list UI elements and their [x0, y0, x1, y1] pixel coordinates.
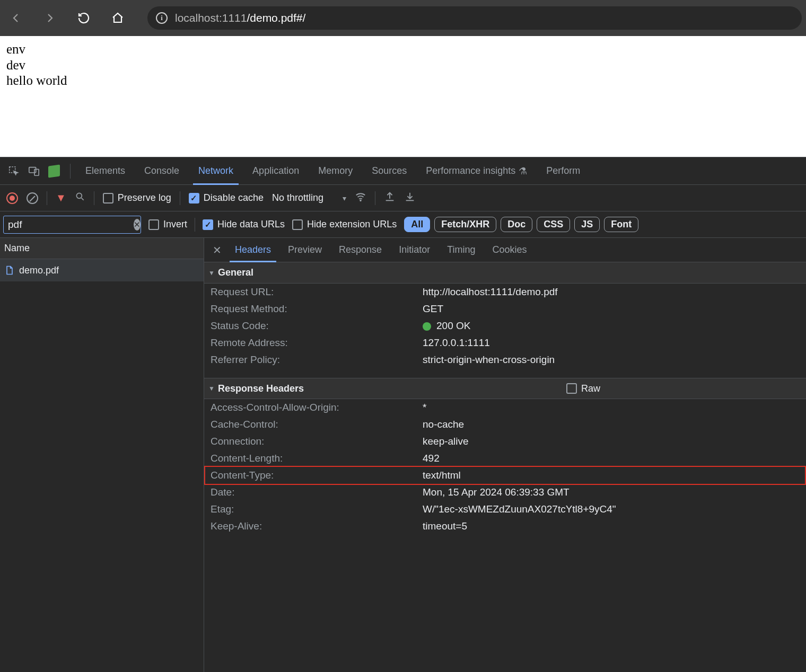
reload-button[interactable]	[72, 6, 95, 30]
disable-cache-toggle[interactable]: Disable cache	[189, 192, 264, 204]
disclosure-triangle-icon: ▼	[208, 269, 215, 277]
filter-icon[interactable]: ▼	[56, 192, 66, 204]
header-value: 127.0.0.1:1111	[423, 337, 800, 349]
section-title: General	[218, 267, 253, 278]
page-line: env	[6, 41, 800, 57]
site-info-icon[interactable]: i	[156, 12, 168, 24]
header-key: Connection:	[211, 436, 423, 447]
header-key: Content-Length:	[211, 453, 423, 464]
devtools-tabstrip: ElementsConsoleNetworkApplicationMemoryS…	[0, 157, 806, 185]
disable-cache-label: Disable cache	[204, 192, 264, 204]
detail-tab-cookies[interactable]: Cookies	[484, 238, 536, 262]
header-key: Etag:	[211, 503, 423, 515]
svg-point-4	[360, 200, 361, 201]
header-key: Referrer Policy:	[211, 354, 423, 366]
devtools-tab-elements[interactable]: Elements	[76, 157, 135, 184]
devtools-tab-perform[interactable]: Perform	[537, 157, 590, 184]
export-har-icon[interactable]	[384, 191, 396, 205]
back-button[interactable]	[4, 6, 28, 30]
header-value: W/"1ec-xsWMEZdZuunAX027tcYtl8+9yC4"	[423, 503, 800, 515]
clear-filter-icon[interactable]: ✕	[134, 219, 141, 231]
filter-pill-js[interactable]: JS	[574, 217, 600, 232]
header-row: Cache-Control:no-cache	[204, 416, 806, 433]
detail-tab-preview[interactable]: Preview	[279, 238, 330, 262]
hide-data-urls-toggle[interactable]: Hide data URLs	[203, 219, 285, 230]
request-name: demo.pdf	[19, 265, 59, 276]
header-row: Referrer Policy:strict-origin-when-cross…	[204, 351, 806, 368]
filter-pill-doc[interactable]: Doc	[501, 217, 532, 232]
svg-point-3	[76, 193, 82, 198]
header-key: Status Code:	[211, 320, 423, 332]
detail-tab-headers[interactable]: Headers	[226, 238, 279, 262]
header-value: Mon, 15 Apr 2024 06:39:33 GMT	[423, 487, 800, 498]
import-har-icon[interactable]	[404, 191, 416, 205]
header-value: no-cache	[423, 419, 800, 430]
search-icon[interactable]	[75, 191, 85, 205]
header-row: Access-Control-Allow-Origin:*	[204, 399, 806, 416]
chevron-down-icon: ▾	[343, 194, 346, 202]
devtools-tab-application[interactable]: Application	[243, 157, 309, 184]
filter-pill-fetch-xhr[interactable]: Fetch/XHR	[434, 217, 496, 232]
header-value: http://localhost:1111/demo.pdf	[423, 286, 800, 298]
header-row: Request Method:GET	[204, 300, 806, 317]
detail-tab-initiator[interactable]: Initiator	[390, 238, 439, 262]
header-value: keep-alive	[423, 436, 800, 447]
extension-icon[interactable]	[47, 164, 62, 179]
devtools-tab-console[interactable]: Console	[135, 157, 189, 184]
header-key: Request URL:	[211, 286, 423, 298]
inspect-icon[interactable]	[6, 164, 21, 179]
record-button[interactable]	[6, 192, 18, 204]
header-row: Status Code:200 OK	[204, 317, 806, 334]
filter-pill-all[interactable]: All	[404, 217, 430, 232]
filter-pill-font[interactable]: Font	[604, 217, 638, 232]
checkbox-icon	[189, 193, 199, 204]
checkbox-icon	[103, 193, 113, 204]
devtools-tab-network[interactable]: Network	[189, 157, 243, 184]
devtools-tab-memory[interactable]: Memory	[309, 157, 362, 184]
header-row: Request URL:http://localhost:1111/demo.p…	[204, 284, 806, 300]
header-key: Keep-Alive:	[211, 520, 423, 532]
header-key: Access-Control-Allow-Origin:	[211, 402, 423, 413]
request-row[interactable]: demo.pdf	[0, 259, 204, 281]
network-conditions-icon[interactable]	[355, 191, 366, 205]
filter-input-wrap: ✕	[3, 216, 141, 234]
filter-pill-css[interactable]: CSS	[537, 217, 570, 232]
hide-extension-urls-toggle[interactable]: Hide extension URLs	[292, 219, 397, 230]
hide-data-urls-label: Hide data URLs	[217, 219, 285, 230]
clear-button[interactable]	[27, 192, 38, 204]
header-key: Remote Address:	[211, 337, 423, 349]
section-response-headers[interactable]: ▼ Response Headers Raw	[204, 378, 806, 399]
header-row: Keep-Alive:timeout=5	[204, 518, 806, 535]
raw-toggle[interactable]: Raw	[566, 383, 802, 394]
detail-tab-timing[interactable]: Timing	[439, 238, 484, 262]
header-row: Etag:W/"1ec-xsWMEZdZuunAX027tcYtl8+9yC4"	[204, 501, 806, 518]
network-main: Name demo.pdf ✕ HeadersPreviewResponseIn…	[0, 238, 806, 672]
disclosure-triangle-icon: ▼	[208, 385, 215, 392]
header-key: Request Method:	[211, 303, 423, 315]
requests-column-header[interactable]: Name	[0, 238, 204, 259]
throttling-select[interactable]: No throttling ▾	[272, 192, 346, 204]
device-toggle-icon[interactable]	[27, 164, 41, 179]
request-list: Name demo.pdf	[0, 238, 204, 672]
devtools-tab-performance-insights[interactable]: Performance insights⚗	[416, 157, 537, 184]
section-general[interactable]: ▼ General	[204, 262, 806, 284]
address-bar[interactable]: i localhost:1111/demo.pdf#/	[147, 6, 802, 30]
preserve-log-toggle[interactable]: Preserve log	[103, 192, 171, 204]
status-dot-icon	[423, 322, 431, 331]
detail-tab-response[interactable]: Response	[330, 238, 390, 262]
filter-input[interactable]	[8, 219, 134, 231]
header-key: Content-Type:	[211, 470, 423, 481]
home-button[interactable]	[106, 6, 129, 30]
header-value: GET	[423, 303, 800, 315]
header-value: text/html	[423, 470, 800, 481]
forward-button[interactable]	[38, 6, 62, 30]
header-value: 200 OK	[423, 320, 800, 332]
preserve-log-label: Preserve log	[118, 192, 171, 204]
header-row: Content-Length:492	[204, 450, 806, 467]
header-row: Remote Address:127.0.0.1:1111	[204, 334, 806, 351]
close-detail-icon[interactable]: ✕	[207, 241, 226, 260]
browser-toolbar: i localhost:1111/demo.pdf#/	[0, 0, 806, 36]
header-key: Date:	[211, 487, 423, 498]
invert-toggle[interactable]: Invert	[148, 219, 187, 230]
devtools-tab-sources[interactable]: Sources	[362, 157, 416, 184]
